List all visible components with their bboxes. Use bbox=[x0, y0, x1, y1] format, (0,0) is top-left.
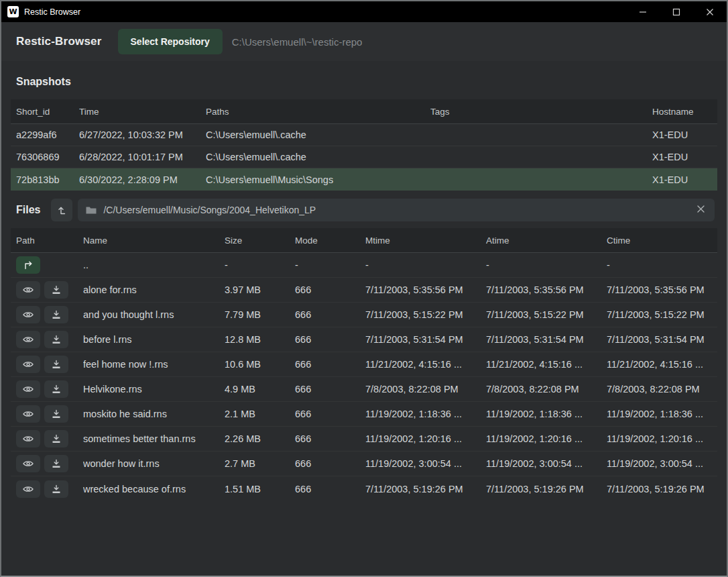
file-mtime: 7/11/2003, 5:15:22 PM bbox=[365, 309, 486, 320]
snapshots-table-body: a2299af6 6/27/2022, 10:03:32 PM C:\Users… bbox=[11, 124, 717, 191]
preview-file-button[interactable] bbox=[16, 281, 40, 299]
download-file-button[interactable] bbox=[44, 480, 68, 498]
file-atime: 7/11/2003, 5:19:26 PM bbox=[486, 484, 607, 494]
file-row[interactable]: Helvikone.rns 4.9 MB 666 7/8/2003, 8:22:… bbox=[11, 377, 717, 402]
window-title: Restic Browser bbox=[24, 7, 626, 17]
file-ctime: 7/11/2003, 5:15:22 PM bbox=[607, 309, 717, 320]
file-name: moskito he said.rns bbox=[83, 409, 225, 419]
file-row[interactable]: sometimes better than.rns 2.26 MB 666 11… bbox=[11, 427, 717, 452]
column-header-paths[interactable]: Paths bbox=[206, 107, 430, 117]
download-file-button[interactable] bbox=[44, 331, 68, 348]
go-to-root-button[interactable] bbox=[51, 199, 72, 221]
maximize-icon bbox=[672, 8, 680, 16]
download-icon bbox=[52, 484, 61, 494]
snapshot-row[interactable]: 76306869 6/28/2022, 10:01:17 PM C:\Users… bbox=[11, 146, 717, 168]
file-atime: - bbox=[486, 260, 607, 270]
file-row[interactable]: before l.rns 12.8 MB 666 7/11/2003, 5:31… bbox=[11, 327, 717, 352]
preview-file-button[interactable] bbox=[16, 356, 40, 373]
file-row[interactable]: alone for.rns 3.97 MB 666 7/11/2003, 5:3… bbox=[11, 278, 717, 303]
parent-directory-row[interactable]: .. - - - - - bbox=[11, 253, 717, 278]
snapshot-hostname: X1-EDU bbox=[652, 174, 717, 185]
select-repository-button[interactable]: Select Repository bbox=[118, 29, 223, 54]
file-mode: 666 bbox=[295, 359, 365, 370]
file-mtime: 11/19/2002, 1:20:16 ... bbox=[365, 433, 486, 444]
preview-file-button[interactable] bbox=[16, 380, 40, 398]
close-button[interactable] bbox=[693, 1, 727, 22]
file-row[interactable]: feel home now !.rns 10.6 MB 666 11/21/20… bbox=[11, 352, 717, 377]
file-row[interactable]: wonder how it.rns 2.7 MB 666 11/19/2002,… bbox=[11, 452, 717, 476]
download-icon bbox=[52, 384, 61, 394]
preview-file-button[interactable] bbox=[16, 480, 40, 498]
file-atime: 7/11/2003, 5:35:56 PM bbox=[486, 284, 607, 295]
column-header-time[interactable]: Time bbox=[79, 107, 206, 117]
snapshot-row[interactable]: a2299af6 6/27/2022, 10:03:32 PM C:\Users… bbox=[11, 124, 717, 146]
minimize-button[interactable] bbox=[626, 1, 660, 22]
column-header-tags[interactable]: Tags bbox=[430, 107, 652, 117]
file-ctime: 7/11/2003, 5:31:54 PM bbox=[607, 334, 717, 345]
download-file-button[interactable] bbox=[44, 356, 68, 373]
snapshot-time: 6/30/2022, 2:28:09 PM bbox=[79, 174, 206, 185]
column-header-name[interactable]: Name bbox=[83, 235, 225, 246]
file-ctime: 11/19/2002, 1:20:16 ... bbox=[607, 433, 717, 444]
column-header-atime[interactable]: Atime bbox=[486, 235, 607, 246]
download-file-button[interactable] bbox=[44, 455, 68, 472]
column-header-ctime[interactable]: Ctime bbox=[607, 235, 717, 246]
snapshot-row[interactable]: 72b813bb 6/30/2022, 2:28:09 PM C:\Users\… bbox=[11, 168, 717, 191]
snapshot-paths: C:\Users\emuell\.cache bbox=[206, 152, 430, 162]
snapshot-paths: C:\Users\emuell\Music\Songs bbox=[206, 174, 430, 185]
file-mode: 666 bbox=[295, 409, 365, 419]
eye-icon bbox=[23, 385, 34, 393]
current-path-bar[interactable]: /C/Users/emuell/Music/Songs/2004_Helveti… bbox=[78, 199, 715, 221]
file-row[interactable]: moskito he said.rns 2.1 MB 666 11/19/200… bbox=[11, 402, 717, 427]
file-mode: 666 bbox=[295, 284, 365, 295]
column-header-short-id[interactable]: Short_id bbox=[16, 107, 79, 117]
close-icon bbox=[706, 8, 714, 16]
file-ctime: 7/8/2003, 8:22:08 PM bbox=[607, 384, 717, 395]
file-size: 2.26 MB bbox=[225, 433, 295, 444]
file-size: - bbox=[225, 260, 295, 270]
column-header-hostname[interactable]: Hostname bbox=[652, 107, 717, 117]
download-file-button[interactable] bbox=[44, 430, 68, 448]
level-up-icon bbox=[57, 205, 67, 215]
snapshots-table: Short_id Time Paths Tags Hostname a2299a… bbox=[11, 99, 717, 191]
file-mtime: 7/11/2003, 5:35:56 PM bbox=[365, 284, 486, 295]
repository-path: C:\Users\emuell\~\restic-repo bbox=[232, 36, 363, 48]
clear-path-button[interactable] bbox=[695, 204, 707, 216]
file-atime: 11/21/2002, 4:15:16 ... bbox=[486, 359, 607, 370]
file-mtime: 11/19/2002, 3:00:54 ... bbox=[365, 458, 486, 469]
column-header-path[interactable]: Path bbox=[16, 235, 83, 246]
file-mtime: 7/11/2003, 5:19:26 PM bbox=[365, 484, 486, 494]
current-path-text: /C/Users/emuell/Music/Songs/2004_Helveti… bbox=[103, 205, 695, 215]
app-title: Restic-Browser bbox=[16, 35, 102, 48]
download-file-button[interactable] bbox=[44, 405, 68, 423]
preview-file-button[interactable] bbox=[16, 430, 40, 448]
preview-file-button[interactable] bbox=[16, 455, 40, 472]
preview-file-button[interactable] bbox=[16, 331, 40, 348]
download-file-button[interactable] bbox=[44, 380, 68, 398]
column-header-mode[interactable]: Mode bbox=[295, 235, 365, 246]
snapshot-short-id: 76306869 bbox=[16, 152, 79, 162]
snapshots-title: Snapshots bbox=[16, 76, 712, 88]
column-header-mtime[interactable]: Mtime bbox=[365, 235, 486, 246]
file-mode: 666 bbox=[295, 433, 365, 444]
file-ctime: - bbox=[607, 260, 717, 270]
column-header-size[interactable]: Size bbox=[225, 235, 295, 246]
preview-file-button[interactable] bbox=[16, 306, 40, 323]
download-icon bbox=[52, 409, 61, 419]
eye-icon bbox=[23, 286, 34, 294]
minimize-icon bbox=[639, 8, 647, 16]
download-file-button[interactable] bbox=[44, 281, 68, 299]
file-ctime: 7/11/2003, 5:19:26 PM bbox=[607, 484, 717, 494]
eye-icon bbox=[23, 311, 34, 319]
download-file-button[interactable] bbox=[44, 306, 68, 323]
download-icon bbox=[52, 459, 61, 468]
go-to-parent-button[interactable] bbox=[16, 256, 40, 274]
download-icon bbox=[52, 285, 61, 295]
file-mode: - bbox=[295, 260, 365, 270]
snapshot-short-id: 72b813bb bbox=[16, 174, 79, 185]
file-row[interactable]: wrecked because of.rns 1.51 MB 666 7/11/… bbox=[11, 476, 717, 501]
maximize-button[interactable] bbox=[660, 1, 693, 22]
preview-file-button[interactable] bbox=[16, 405, 40, 423]
wails-logo-icon: W bbox=[7, 6, 19, 17]
file-row[interactable]: and you thought l.rns 7.79 MB 666 7/11/2… bbox=[11, 303, 717, 327]
